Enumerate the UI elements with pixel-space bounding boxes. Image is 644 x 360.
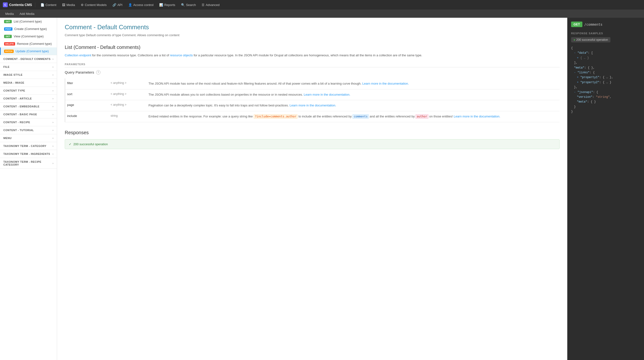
sidebar-section-content-recipe-header[interactable]: CONTENT - RECIPE › (0, 118, 57, 126)
get-badge-2: GET (4, 35, 12, 38)
sidebar-section-content-tutorial-label: CONTENT - TUTORIAL (3, 129, 34, 132)
chevron-right-icon: › (52, 58, 54, 60)
sidebar-section-file-header[interactable]: FILE › (0, 63, 57, 71)
chevron-right-icon-12: › (52, 145, 54, 148)
param-filter-border: filter (65, 78, 108, 89)
code-line-12: "meta": { } (571, 100, 640, 104)
sidebar-section-content-type-header[interactable]: CONTENT TYPE › (0, 87, 57, 94)
media-icon: 🖼 (62, 3, 65, 7)
nav-access-control-label: Access control (133, 3, 154, 7)
nav-advanced[interactable]: ☰ Advanced (199, 2, 222, 8)
nav-access-control[interactable]: 👤 Access control (126, 2, 156, 8)
filter-doc-link[interactable]: Learn more in the documentation. (362, 82, 409, 85)
delete-badge: DELETE (4, 42, 15, 46)
code-line-7: + "property1": { … }, (571, 75, 640, 80)
sample-tab[interactable]: ● 200 successful operation (571, 37, 610, 42)
sidebar-section-taxonomy-ingredients: TAXONOMY TERM - INGREDIENTS › (0, 150, 57, 158)
sub-navigation: Media Add Media (0, 10, 644, 18)
sidebar-item-list-comment[interactable]: GET List (Comment type) (0, 18, 57, 25)
sidebar-section-media-image-header[interactable]: MEDIA - IMAGE › (0, 79, 57, 86)
search-icon: 🔍 (181, 3, 185, 7)
section-description: Collection endpoint for the comments res… (65, 53, 560, 58)
sidebar-section-content-article-header[interactable]: CONTENT - ARTICLE › (0, 95, 57, 102)
sidebar-section-media-image: MEDIA - IMAGE › (0, 79, 57, 87)
code-line-2: - "data": [ (571, 50, 640, 55)
param-include-name: include (67, 114, 101, 118)
include-doc-link[interactable]: Learn more in the documentation. (454, 114, 500, 118)
sidebar-section-media-image-label: MEDIA - IMAGE (3, 81, 24, 84)
patch-badge: PATCH (4, 50, 14, 53)
sidebar-section-taxonomy-ingredients-label: TAXONOMY TERM - INGREDIENTS (3, 152, 50, 155)
sidebar-item-update-comment[interactable]: PATCH Update (Comment type) (0, 48, 57, 55)
code-line-13: } (571, 104, 640, 109)
param-page-type: < anything > (110, 103, 139, 106)
param-row-include: include string Embed related entities in… (65, 111, 560, 122)
query-params-label: Query Parameters (65, 70, 94, 74)
response-200-item[interactable]: ✓ 200 successful operation (65, 139, 560, 149)
sidebar-section-taxonomy-category-header[interactable]: TAXONOMY TERM - CATEGORY › (0, 142, 57, 150)
sidebar-section-comment-default-header[interactable]: COMMENT - DEFAULT COMMENTS › (0, 55, 57, 63)
sidebar-section-file-label: FILE (3, 66, 10, 68)
responses-title: Responses (65, 130, 560, 136)
sidebar-item-list-comment-label: List (Comment type) (14, 20, 42, 23)
nav-media[interactable]: 🖼 Media (60, 2, 77, 8)
get-badge: GET (4, 20, 12, 23)
sidebar-section-taxonomy-ingredients-header[interactable]: TAXONOMY TERM - INGREDIENTS › (0, 150, 57, 158)
param-sort-type: < anything > (110, 92, 139, 96)
nav-api[interactable]: 🔗 API (110, 2, 125, 8)
nav-search[interactable]: 🔍 Search (178, 2, 198, 8)
code-line-5: "meta": { }, (571, 66, 640, 70)
access-control-icon: 👤 (128, 3, 132, 7)
sidebar-section-content-type: CONTENT TYPE › (0, 87, 57, 95)
chevron-right-icon-3: › (52, 74, 54, 76)
nav-search-label: Search (186, 3, 196, 7)
endpoint-path: /comments (584, 22, 602, 26)
sidebar-section-taxonomy-recipe-category-header[interactable]: TAXONOMY TERM - RECIPE CATEGORY › (0, 158, 57, 168)
subnav-add-media[interactable]: Add Media (17, 11, 37, 17)
param-include-desc: Embed related entities in the response. … (146, 111, 560, 122)
code-line-10: - "jsonapi": { (571, 90, 640, 95)
sidebar-item-create-comment[interactable]: POST Create (Comment type) (0, 25, 57, 32)
page-doc-link[interactable]: Learn more in the documentation. (290, 104, 336, 107)
chevron-right-icon-9: › (52, 121, 54, 124)
subnav-media[interactable]: Media (3, 11, 16, 17)
nav-content[interactable]: 📄 Content (38, 2, 59, 8)
sidebar-item-remove-comment[interactable]: DELETE Remove (Comment type) (0, 40, 57, 48)
sidebar-endpoints-section: GET List (Comment type) POST Create (Com… (0, 18, 57, 55)
nav-content-models-label: Content Models (85, 3, 107, 7)
nav-content-models[interactable]: ⚙ Content Models (78, 2, 109, 8)
resource-objects-link[interactable]: resource objects (170, 54, 193, 57)
param-page-name: page (67, 103, 101, 107)
help-icon[interactable]: ? (96, 70, 100, 74)
param-filter-desc: The JSON:API module has some of the most… (146, 78, 560, 89)
responses-section: Responses ✓ 200 successful operation (65, 130, 560, 149)
code-line-3: + { … } (571, 56, 640, 60)
sort-doc-link[interactable]: Learn more in the documentation. (304, 93, 350, 96)
brand-name: Contenta CMS (9, 3, 32, 7)
sidebar-item-create-comment-label: Create (Comment type) (14, 27, 47, 31)
sidebar-section-content-embeddable-label: CONTENT - EMBEDDABLE (3, 105, 40, 108)
sidebar-section-content-basic-page-header[interactable]: CONTENT - BASIC PAGE › (0, 110, 57, 118)
collection-endpoint-link[interactable]: Collection endpoint (65, 54, 91, 57)
sidebar-item-view-comment[interactable]: GET View (Comment type) (0, 32, 57, 40)
chevron-right-icon-6: › (52, 97, 54, 100)
brand-logo[interactable]: C Contenta CMS (3, 2, 35, 7)
sidebar-section-content-embeddable-header[interactable]: CONTENT - EMBEDDABLE › (0, 102, 57, 110)
nav-reports[interactable]: 📊 Reports (157, 2, 178, 8)
endpoint-method: GET (571, 22, 582, 27)
sidebar-section-content-article-label: CONTENT - ARTICLE (3, 97, 32, 100)
sidebar-section-taxonomy-category-label: TAXONOMY TERM - CATEGORY (3, 144, 46, 148)
sidebar-section-taxonomy-recipe-category: TAXONOMY TERM - RECIPE CATEGORY › (0, 158, 57, 169)
code-line-8: + "property2": { … } (571, 80, 640, 85)
param-row-sort: sort < anything > The JSON:API module al… (65, 89, 560, 100)
sidebar-item-remove-comment-label: Remove (Comment type) (17, 42, 52, 46)
sidebar-section-content-tutorial-header[interactable]: CONTENT - TUTORIAL › (0, 126, 57, 134)
content-icon: 📄 (40, 3, 44, 7)
sidebar-section-image-style-header[interactable]: IMAGE STYLE › (0, 71, 57, 78)
api-icon: 🔗 (112, 3, 116, 7)
sidebar-section-menu-label: MENU (3, 136, 12, 140)
section-desc-end: for a particular resource type. In the J… (194, 54, 422, 57)
sample-tab-label: 200 successful operation (576, 38, 608, 42)
sidebar-section-menu-header[interactable]: MENU › (0, 134, 57, 142)
chevron-right-icon-11: › (52, 137, 54, 140)
